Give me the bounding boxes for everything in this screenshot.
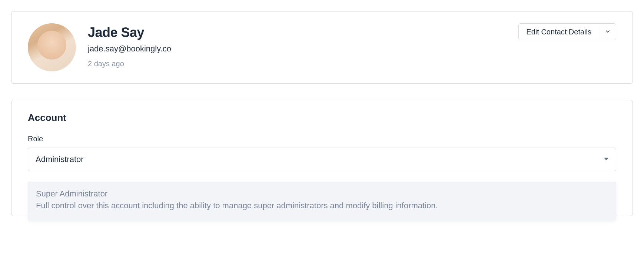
edit-contact-button-group: Edit Contact Details: [518, 23, 616, 40]
role-select[interactable]: Administrator: [28, 148, 616, 171]
contact-card: Jade Say jade.say@bookingly.co 2 days ag…: [11, 11, 633, 84]
role-selected-value: Administrator: [36, 155, 84, 164]
role-option-description: Full control over this account including…: [36, 200, 608, 212]
caret-down-icon: [604, 156, 608, 163]
contact-info: Jade Say jade.say@bookingly.co 2 days ag…: [88, 23, 171, 68]
contact-name: Jade Say: [88, 25, 171, 40]
chevron-down-icon: [605, 28, 611, 36]
account-card: Account Role Administrator Super Adminis…: [11, 100, 633, 216]
account-heading: Account: [28, 112, 616, 124]
contact-header: Jade Say jade.say@bookingly.co 2 days ag…: [28, 23, 171, 71]
contact-email: jade.say@bookingly.co: [88, 44, 171, 54]
role-option-title: Super Administrator: [36, 189, 608, 199]
edit-contact-button[interactable]: Edit Contact Details: [519, 24, 599, 40]
role-option-super-administrator[interactable]: Super Administrator Full control over th…: [36, 189, 608, 212]
role-label: Role: [28, 135, 616, 143]
edit-contact-dropdown-toggle[interactable]: [599, 24, 616, 40]
contact-last-seen: 2 days ago: [88, 60, 171, 68]
role-dropdown-panel: Super Administrator Full control over th…: [28, 182, 616, 220]
avatar: [28, 23, 76, 71]
